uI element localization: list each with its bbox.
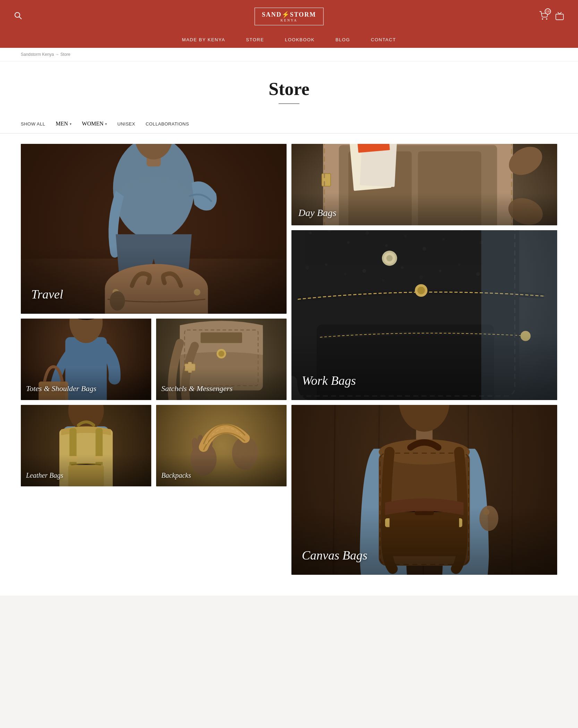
svg-point-89 — [404, 235, 407, 237]
breadcrumb-current: Store — [60, 52, 70, 57]
category-totes-label: Totes & Shoulder Bags — [26, 384, 96, 393]
svg-rect-114 — [481, 230, 557, 400]
filter-bar: SHOW ALL MEN ▾ WOMEN ▾ UNISEX COLLABORAT… — [0, 114, 578, 133]
svg-point-99 — [401, 267, 403, 269]
header-icons: 19 — [539, 11, 564, 22]
svg-point-96 — [344, 273, 346, 275]
svg-point-31 — [218, 351, 224, 357]
svg-point-135 — [479, 506, 499, 531]
category-leather-label: Backpacks — [161, 471, 191, 479]
svg-point-87 — [365, 231, 369, 235]
svg-point-88 — [385, 244, 388, 247]
cart-button[interactable]: 19 — [539, 11, 548, 22]
filter-men[interactable]: MEN ▾ — [56, 121, 71, 127]
svg-point-98 — [382, 279, 384, 281]
category-canvas-label: Leather Bags — [26, 471, 63, 479]
svg-point-103 — [476, 272, 480, 276]
breadcrumb: Sandstorm Kenya → Store — [0, 48, 578, 61]
svg-point-3 — [546, 18, 547, 19]
category-work-bags[interactable]: Work Bags — [291, 230, 557, 400]
category-day-bags[interactable]: Day Bags — [291, 144, 557, 225]
svg-point-2 — [542, 18, 543, 19]
right-column: Day Bags — [291, 144, 557, 575]
category-backpacks-label: Canvas Bags — [302, 548, 367, 563]
nav-blog[interactable]: BLOG — [335, 37, 350, 42]
svg-point-102 — [458, 263, 460, 266]
category-satchels-label: Satchels & Messengers — [161, 384, 232, 393]
bottom-row-left: Leather Bags — [21, 405, 287, 486]
svg-point-94 — [305, 266, 309, 270]
svg-point-17 — [110, 291, 125, 311]
svg-rect-41 — [68, 456, 78, 462]
svg-point-97 — [362, 269, 366, 273]
nav-contact[interactable]: CONTACT — [371, 37, 396, 42]
filter-unisex[interactable]: UNISEX — [117, 121, 135, 127]
category-travel[interactable]: Travel — [21, 144, 287, 314]
search-icon[interactable] — [14, 11, 22, 22]
breadcrumb-separator: → — [55, 52, 60, 57]
svg-rect-4 — [556, 14, 563, 19]
logo[interactable]: SAND⚡STORM KENYA — [255, 8, 324, 25]
svg-point-86 — [347, 241, 349, 244]
filter-collaborations[interactable]: COLLABORATIONS — [146, 121, 189, 127]
nav-made-by-kenya[interactable]: MADE BY KENYA — [182, 37, 226, 42]
nav-store[interactable]: STORE — [246, 37, 264, 42]
middle-row: Totes & Shoulder Bags — [21, 319, 287, 400]
svg-point-100 — [419, 275, 423, 279]
svg-rect-130 — [390, 512, 459, 556]
category-work-bags-label: Work Bags — [302, 373, 356, 388]
svg-rect-29 — [201, 332, 242, 343]
svg-point-95 — [325, 263, 328, 266]
tv-icon[interactable] — [555, 11, 564, 22]
store-grid: Travel — [21, 144, 557, 575]
title-divider — [279, 103, 299, 104]
cart-badge: 19 — [545, 8, 551, 15]
category-totes[interactable]: Totes & Shoulder Bags — [21, 319, 151, 400]
svg-rect-40 — [68, 465, 104, 486]
category-day-bags-label: Day Bags — [298, 207, 337, 218]
svg-line-1 — [19, 17, 22, 19]
nav-lookbook[interactable]: LOOKBOOK — [285, 37, 315, 42]
page-title: Store — [7, 79, 571, 99]
category-canvas[interactable]: Leather Bags — [21, 405, 151, 486]
category-satchels[interactable]: Satchels & Messengers — [156, 319, 287, 400]
filter-show-all[interactable]: SHOW ALL — [21, 121, 45, 127]
svg-point-0 — [15, 12, 20, 17]
header: SAND⚡STORM KENYA 19 — [0, 0, 578, 33]
svg-point-106 — [417, 287, 425, 294]
svg-point-84 — [309, 232, 312, 234]
svg-rect-42 — [94, 456, 104, 462]
svg-rect-59 — [322, 174, 331, 186]
category-backpacks[interactable]: Canvas Bags — [291, 405, 557, 575]
svg-rect-52 — [418, 151, 481, 225]
left-column: Travel — [21, 144, 287, 575]
chevron-down-icon: ▾ — [70, 122, 71, 126]
logo-subtitle: KENYA — [262, 18, 316, 22]
main-content: Travel — [0, 133, 578, 596]
category-leather[interactable]: Backpacks — [156, 405, 287, 486]
chevron-down-icon: ▾ — [105, 122, 107, 126]
nav-bar: MADE BY KENYA STORE LOOKBOOK BLOG CONTAC… — [0, 33, 578, 48]
svg-point-109 — [386, 255, 393, 261]
svg-point-90 — [423, 247, 426, 251]
svg-point-16 — [194, 289, 201, 296]
filter-women[interactable]: WOMEN ▾ — [82, 121, 107, 127]
breadcrumb-home[interactable]: Sandstorm Kenya — [21, 52, 54, 57]
logo-name: SAND⚡STORM — [262, 11, 316, 18]
category-travel-label: Travel — [31, 287, 63, 302]
svg-rect-28 — [188, 362, 192, 373]
page-title-section: Store — [0, 61, 578, 114]
svg-point-91 — [442, 238, 444, 240]
svg-point-101 — [439, 270, 441, 272]
